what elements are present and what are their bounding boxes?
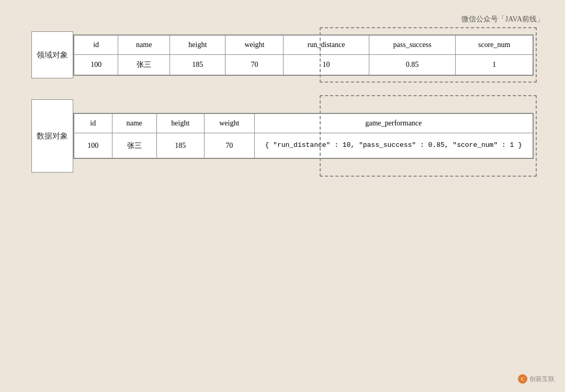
bottom-table: id name height weight game_performance 1… <box>74 113 533 158</box>
bottom-header-name: name <box>112 114 156 133</box>
top-table-label: 领域对象 <box>31 31 73 78</box>
bottom-cell-json: { "run_distance" : 10, "pass_success" : … <box>254 133 533 158</box>
top-header-score-num: score_num <box>456 35 533 54</box>
top-table-row: 100 张三 185 70 10 0.85 1 <box>74 54 533 75</box>
top-header-weight: weight <box>225 35 284 54</box>
bottom-header-weight: weight <box>204 114 254 133</box>
bottom-section: 数据对象 id name height weight game_performa… <box>31 99 534 172</box>
bottom-cell-id: 100 <box>74 133 112 158</box>
bottom-cell-name: 张三 <box>112 133 156 158</box>
bottom-header-height: height <box>156 114 204 133</box>
top-table-wrapper: id name height weight run_distance pass_… <box>73 34 534 76</box>
bottom-table-wrapper: id name height weight game_performance 1… <box>73 113 534 158</box>
top-cell-id: 100 <box>74 54 118 75</box>
logo-icon: C <box>518 374 527 384</box>
logo-area: C 创新互联 <box>518 374 555 384</box>
top-header-run-distance: run_distance <box>284 35 369 54</box>
top-header-height: height <box>170 35 225 54</box>
top-cell-height: 185 <box>170 54 225 75</box>
top-cell-pass-success: 0.85 <box>369 54 456 75</box>
top-cell-weight: 70 <box>225 54 284 75</box>
top-section: 领域对象 id name height weight run_distance … <box>31 31 534 78</box>
bottom-cell-weight: 70 <box>204 133 254 158</box>
bottom-cell-height: 185 <box>156 133 204 158</box>
bottom-table-label: 数据对象 <box>31 99 73 172</box>
top-cell-run-distance: 10 <box>284 54 369 75</box>
logo-text: 创新互联 <box>529 375 555 384</box>
watermark-text: 微信公众号「JAVA前线」 <box>461 15 544 24</box>
top-cell-score-num: 1 <box>456 54 533 75</box>
top-header-id: id <box>74 35 118 54</box>
top-header-name: name <box>118 35 170 54</box>
bottom-header-game-performance: game_performance <box>254 114 533 133</box>
top-cell-name: 张三 <box>118 54 170 75</box>
bottom-table-row: 100 张三 185 70 { "run_distance" : 10, "pa… <box>74 133 533 158</box>
top-header-pass-success: pass_success <box>369 35 456 54</box>
bottom-header-id: id <box>74 114 112 133</box>
top-table: id name height weight run_distance pass_… <box>74 35 533 75</box>
